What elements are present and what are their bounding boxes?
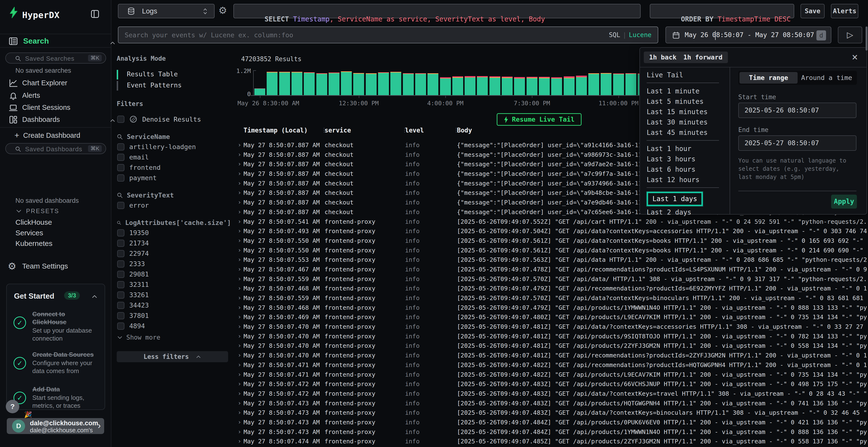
sidebar-item-clickhouse[interactable]: ClickHouse [16, 218, 52, 227]
col-service[interactable]: service [324, 127, 351, 134]
expand-row-icon[interactable]: › [238, 161, 241, 167]
get-started-step-connect[interactable]: ✓ Connect to ClickHouse Set up your data… [13, 310, 98, 342]
quick-range-last-45-minutes[interactable]: Last 45 minutes [647, 128, 730, 138]
histogram-bar[interactable] [514, 77, 525, 95]
checkbox[interactable] [117, 229, 124, 237]
sidebar-collapse-icon[interactable] [90, 9, 100, 19]
alerts-button[interactable]: Alerts [831, 4, 858, 18]
sidebar-item-services[interactable]: Services [16, 229, 43, 237]
expand-row-icon[interactable]: › [238, 209, 241, 215]
expand-row-icon[interactable]: › [238, 151, 241, 158]
table-row[interactable]: ›May 27 8:50:07.550 AMfrontend-proxyinfo… [236, 236, 868, 246]
histogram-bar[interactable] [588, 73, 599, 95]
sql-mode-option[interactable]: SQL [609, 31, 620, 38]
filter-group-header[interactable]: LogAttributes['cache.size'] [117, 219, 231, 227]
filter-group-header[interactable]: ServiceName [117, 133, 231, 140]
checkbox[interactable] [117, 143, 124, 150]
chevron-up-icon[interactable] [91, 294, 98, 301]
order-by-editor[interactable]: ORDER BY TimestampTime DESC [650, 4, 794, 18]
quick-range-last-1-minute[interactable]: Last 1 minute [647, 86, 730, 96]
histogram-bar[interactable] [378, 72, 389, 95]
filter-option[interactable]: frontend [117, 164, 231, 171]
expand-row-icon[interactable]: › [238, 295, 241, 301]
filter-option[interactable]: 33261 [117, 291, 231, 299]
expand-row-icon[interactable]: › [238, 438, 241, 445]
resume-live-tail-button[interactable]: Resume Live Tail [497, 113, 582, 126]
checkbox[interactable] [117, 322, 124, 330]
table-row[interactable]: ›May 27 8:50:07.541 AMfrontend-proxyinfo… [236, 217, 868, 227]
sql-select-editor[interactable]: SELECT Timestamp, ServiceName as service… [234, 4, 641, 18]
histogram-bar[interactable] [341, 71, 352, 95]
quick-range-last-2-days[interactable]: Last 2 days [647, 207, 730, 217]
denoise-results-checkbox[interactable]: Denoise Results [117, 115, 231, 123]
quick-range-last-30-minutes[interactable]: Last 30 minutes [647, 117, 730, 128]
quick-range-last-1-days[interactable]: Last 1 days [647, 192, 703, 206]
filter-option[interactable]: 22974 [117, 249, 231, 257]
expand-row-icon[interactable]: › [238, 400, 241, 407]
table-row[interactable]: ›May 27 8:50:07.468 AMfrontend-proxyinfo… [236, 284, 868, 294]
table-row[interactable]: ›May 27 8:50:07.473 AMfrontend-proxyinfo… [236, 418, 868, 427]
table-row[interactable]: ›May 27 8:50:07.559 AMfrontend-proxyinfo… [236, 275, 868, 284]
expand-row-icon[interactable]: › [238, 323, 241, 330]
quick-range-last-15-minutes[interactable]: Last 15 minutes [647, 107, 730, 117]
query-language-toggle[interactable]: SQL|Lucene [609, 31, 651, 38]
tab-around-a-time[interactable]: Around a time [798, 72, 856, 83]
expand-row-icon[interactable]: › [238, 333, 241, 340]
table-row[interactable]: ›May 27 8:50:07.471 AMfrontend-proxyinfo… [236, 360, 868, 370]
expand-row-icon[interactable]: › [238, 352, 241, 358]
quick-range-live-tail[interactable]: Live Tail [647, 70, 730, 80]
mode-results-table[interactable]: Results Table [117, 69, 231, 80]
histogram-bar[interactable] [304, 72, 315, 95]
checkbox[interactable] [117, 115, 124, 123]
histogram-bar[interactable] [551, 77, 562, 95]
help-button[interactable]: ? [6, 400, 19, 413]
table-row[interactable]: ›May 27 8:50:07.470 AMfrontend-proxyinfo… [236, 341, 868, 351]
histogram-bar[interactable] [254, 89, 265, 95]
col-timestamp[interactable]: Timestamp (Local) [244, 127, 308, 134]
apply-button[interactable]: Apply [831, 195, 857, 209]
expand-row-icon[interactable]: › [238, 419, 241, 425]
checkbox[interactable] [117, 291, 124, 299]
checkbox[interactable] [117, 260, 124, 268]
expand-row-icon[interactable]: › [238, 142, 241, 148]
histogram-bar[interactable] [613, 73, 624, 95]
filter-option[interactable]: 19350 [117, 229, 231, 237]
filter-option[interactable]: payment [117, 174, 231, 182]
presets-toggle[interactable]: PRESETS [16, 208, 22, 215]
checkbox[interactable] [117, 271, 124, 278]
start-time-input[interactable]: 2025-05-26 08:50:07 [738, 103, 857, 118]
table-row[interactable]: ›May 27 8:50:07.550 AMfrontend-proxyinfo… [236, 246, 868, 255]
histogram-bar[interactable] [502, 77, 513, 95]
quick-range-last-3-hours[interactable]: Last 3 hours [647, 154, 730, 164]
expand-row-icon[interactable]: › [238, 342, 241, 349]
table-row[interactable]: ›May 27 8:50:07.472 AMfrontend-proxyinfo… [236, 380, 868, 389]
filter-option[interactable]: 2333 [117, 260, 231, 268]
histogram-bar[interactable] [576, 76, 587, 95]
histogram-bar[interactable] [415, 73, 426, 95]
col-body[interactable]: Body [457, 127, 472, 134]
histogram-bar[interactable] [267, 72, 278, 95]
table-row[interactable]: ›May 27 8:50:07.469 AMfrontend-proxyinfo… [236, 313, 868, 322]
histogram-bar[interactable] [465, 76, 475, 95]
table-row[interactable]: ›May 27 8:50:07.559 AMfrontend-proxyinfo… [236, 294, 868, 303]
checkbox[interactable] [117, 153, 124, 161]
table-row[interactable]: ›May 27 8:50:07.473 AMfrontend-proxyinfo… [236, 399, 868, 409]
filter-option[interactable]: error [117, 201, 231, 209]
date-range-input[interactable]: May 26 08:50:07 - May 27 08:50:07 d [665, 27, 831, 43]
saved-searches-input[interactable]: Saved Searches ⌘K [5, 53, 106, 64]
expand-row-icon[interactable]: › [238, 390, 241, 397]
filter-option[interactable]: 21734 [117, 239, 231, 247]
checkbox[interactable] [117, 164, 124, 171]
lucene-mode-option[interactable]: Lucene [629, 31, 651, 38]
expand-row-icon[interactable]: › [238, 218, 241, 225]
checkbox[interactable] [117, 302, 124, 309]
filter-option[interactable]: 29081 [117, 270, 231, 278]
filter-group-header[interactable]: SeverityText [117, 192, 231, 199]
histogram-bar[interactable] [625, 73, 636, 95]
get-started-step-add-data[interactable]: ✓ Add Data Start sending logs, metrics, … [13, 385, 98, 412]
table-row[interactable]: ›May 27 8:50:07.472 AMfrontend-proxyinfo… [236, 389, 868, 399]
expand-row-icon[interactable]: › [238, 256, 241, 263]
checkbox[interactable] [117, 240, 124, 247]
histogram-bar[interactable] [428, 73, 438, 95]
search-input[interactable] [125, 28, 583, 42]
